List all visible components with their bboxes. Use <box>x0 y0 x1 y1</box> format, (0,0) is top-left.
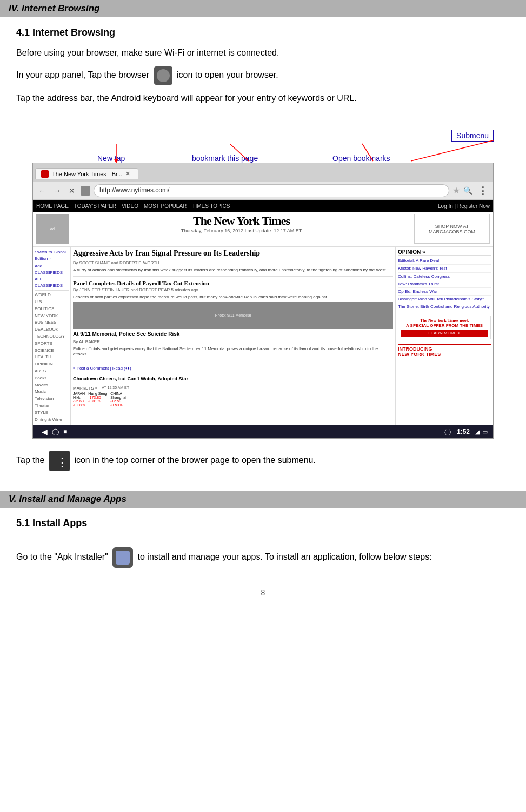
wifi-icon: 〉 <box>449 428 451 435</box>
battery-icon: ▭ <box>482 428 488 435</box>
tab-favicon <box>41 170 49 178</box>
status-time: 1:52 <box>457 428 470 435</box>
nav-home-page[interactable]: HOME PAGE <box>36 203 69 209</box>
search-icon[interactable]: 🔍 <box>463 186 472 195</box>
nyt-right-col: OPINION » Editorial: A Rare Deal Kristof… <box>396 247 493 425</box>
section4-header-text: IV. Internet Browsing <box>9 3 99 14</box>
classifieds-link[interactable]: Add CLASSIFIEDS ALL CLASSIFIEDS <box>35 263 69 291</box>
bookmark-star-icon[interactable]: ★ <box>452 185 460 196</box>
browser-status-bar: ◀ ◯ ■ 〈 〉 1:52 ◢ ▭ <box>33 425 493 438</box>
browser-address-bar: ← → ✕ http://www.nytimes.com/ ★ 🔍 ⋮ <box>33 182 493 200</box>
url-bar[interactable]: http://www.nytimes.com/ <box>94 184 449 197</box>
signal-icon: 〈 <box>444 428 447 435</box>
close-button[interactable]: ✕ <box>66 186 77 196</box>
article2: Panel Completes Details of Payroll Tax C… <box>73 276 393 300</box>
nav-login[interactable]: Log In | Register Now <box>438 203 490 209</box>
browser-tab-bar: The New York Times - Br... ✕ <box>33 163 493 182</box>
annotation-arrows <box>32 127 494 163</box>
opinion-head: OPINION » <box>398 249 491 256</box>
headline1[interactable]: Aggressive Acts by Iran Signal Pressure … <box>73 249 393 258</box>
masthead-ad-left: ad <box>36 214 69 244</box>
post-comment[interactable]: » Post a Comment | Read (♦♦) <box>73 360 393 372</box>
opinion3[interactable]: Collins: Dateless Congress <box>398 273 491 280</box>
section5-content: 5.1 Install Apps Go to the "Apk Installe… <box>0 508 526 580</box>
wifi-signal-icon: ◢ <box>475 428 480 435</box>
opinion4[interactable]: Ilow: Romney's Thirst <box>398 280 491 288</box>
byline2: By JENNIFER STEINHAUER and ROBERT PEAR 5… <box>73 287 393 292</box>
menu-icon-inline <box>49 451 70 471</box>
byline3: By AL BAKER <box>73 339 393 344</box>
opinion2[interactable]: Kristof: New Haven's Test <box>398 265 491 272</box>
nyt-dateline: Thursday, February 16, 2012 Last Update:… <box>73 228 410 233</box>
learn-more-button[interactable]: LEARN MORE » <box>401 330 488 337</box>
browser-tab[interactable]: The New York Times - Br... ✕ <box>35 168 138 179</box>
back-soft-key[interactable]: ◀ <box>42 427 48 436</box>
body2: Leaders of both parties expressed hope t… <box>73 294 393 300</box>
apk-installer-icon <box>112 547 133 568</box>
bottom-content: Tap the icon in the top corner of the br… <box>0 444 526 483</box>
tab-title: The New York Times - Br... <box>52 171 122 177</box>
nyt-nav-bar: HOME PAGE TODAY'S PAPER VIDEO MOST POPUL… <box>33 200 493 212</box>
para3: Tap the address bar, the Android keyboar… <box>16 91 510 105</box>
section4-content: 4.1 Internet Browsing Before using your … <box>0 17 526 444</box>
nav-todays-paper[interactable]: TODAY'S PAPER <box>74 203 116 209</box>
introducing-nyt: INTRODUCINGNEW YORK TIMES <box>398 344 491 357</box>
nav-times-topics[interactable]: TIMES TOPICS <box>192 203 230 209</box>
page-number: 8 <box>0 580 526 601</box>
article-image: Photo: 9/11 Memorial <box>73 302 393 329</box>
browser-icon <box>154 66 172 85</box>
markets-head: MARKETS » <box>73 386 97 391</box>
para2: In your app panel, Tap the browser icon … <box>16 66 510 85</box>
headline4[interactable]: Chinatown Cheers, but Can't Watch, Adopt… <box>73 374 393 381</box>
markets-row: MARKETS » AT 12:35 AM ET <box>73 384 393 391</box>
nav-video[interactable]: VIDEO <box>122 203 138 209</box>
body1: A flurry of actions and statements by Ir… <box>73 267 393 273</box>
nyt-logo: The New York Times <box>73 214 410 228</box>
svg-line-2 <box>362 144 373 161</box>
section5-title: 5.1 Install Apps <box>16 518 510 529</box>
android-softkeys: ◀ ◯ ■ <box>38 427 67 436</box>
home-soft-key[interactable]: ◯ <box>52 428 59 435</box>
masthead-ad-right: SHOP NOW AT MARCJACOBS.COM <box>414 214 490 244</box>
opinion6[interactable]: Bissinger: Who Will Tell Philadelphia's … <box>398 296 491 303</box>
section5-header: V. Install and Manage Apps <box>0 491 526 508</box>
annotation-section: New tap bookmark this page Open bookmark… <box>32 127 494 439</box>
menu-soft-key[interactable]: ■ <box>63 428 67 435</box>
left-nav-items: WORLDU.S.POLITICSNEW YORKBUSINESSDEALBOO… <box>35 292 69 423</box>
nyt-logo-area: The New York Times Thursday, February 16… <box>73 214 410 233</box>
switch-edition[interactable]: Switch to Global Edition » <box>35 249 69 262</box>
para1: Before using your browser, make sure Wi-… <box>16 46 510 60</box>
browser-mockup-wrapper: The New York Times - Br... ✕ ← → ✕ http:… <box>32 163 494 439</box>
browser-mockup: The New York Times - Br... ✕ ← → ✕ http:… <box>32 163 494 439</box>
opinion7[interactable]: The Stone: Birth Control and Religious A… <box>398 303 491 311</box>
opinion1[interactable]: Editorial: A Rare Deal <box>398 257 491 265</box>
nyt-left-nav: Switch to Global Edition » Add CLASSIFIE… <box>33 247 71 425</box>
nyt-content: Switch to Global Edition » Add CLASSIFIE… <box>33 246 493 425</box>
forward-button[interactable]: → <box>51 186 63 196</box>
section5-header-text: V. Install and Manage Apps <box>9 494 126 504</box>
headline2[interactable]: Panel Completes Details of Payroll Tax C… <box>73 280 393 287</box>
tab-close-button[interactable]: ✕ <box>125 170 130 177</box>
status-icons: 〈 〉 <box>444 428 451 435</box>
svg-line-1 <box>230 144 249 161</box>
bottom-para: Tap the icon in the top corner of the br… <box>16 451 510 471</box>
nyt-masthead: ad The New York Times Thursday, February… <box>33 212 493 246</box>
section5-para: Go to the "Apk Installer" to install and… <box>16 547 510 568</box>
svg-line-3 <box>411 139 494 161</box>
nyt-nook-ad: The New York Times nook A SPECIAL OFFER … <box>398 316 491 339</box>
body3: Police officials and grief experts worry… <box>73 346 393 358</box>
section4-title: 4.1 Internet Browsing <box>16 27 510 38</box>
section4-header: IV. Internet Browsing <box>0 0 526 17</box>
nyt-main-stories: Aggressive Acts by Iran Signal Pressure … <box>71 247 396 425</box>
submenu-button[interactable]: ⋮ <box>476 185 490 197</box>
headline3[interactable]: At 9/11 Memorial, Police See Suicide Ris… <box>73 331 393 337</box>
battery-wifi-icons: ◢ ▭ <box>475 428 488 435</box>
market-data: JAPANNikk-25.63-0.38% Hang Seng-173.85-0… <box>73 392 393 407</box>
opinion5[interactable]: Op-Ed: Endless War <box>398 288 491 296</box>
nav-most-popular[interactable]: MOST POPULAR <box>144 203 187 209</box>
market-time: AT 12:35 AM ET <box>102 386 129 391</box>
back-button[interactable]: ← <box>36 186 48 196</box>
page-icon <box>81 186 90 196</box>
byline1: By SCOTT SHANE and ROBERT F. WORTH <box>73 260 393 265</box>
